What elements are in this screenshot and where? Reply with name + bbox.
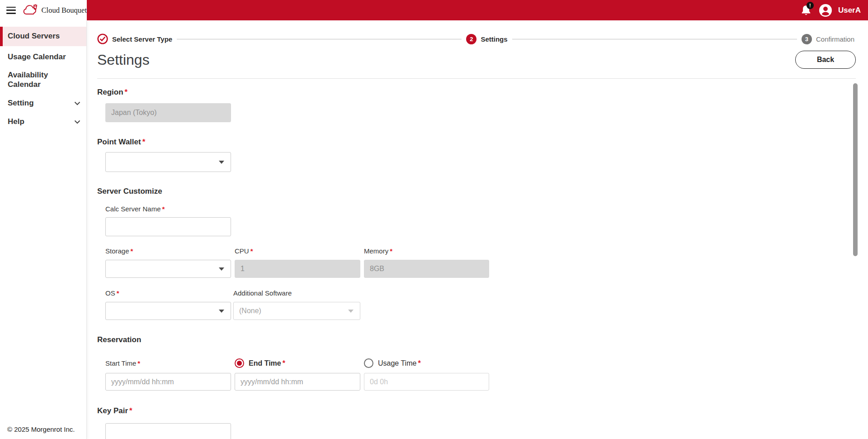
required-mark: * <box>142 138 146 146</box>
point-wallet-select[interactable] <box>105 152 231 172</box>
dropdown-caret-icon <box>219 267 224 271</box>
username-label[interactable]: UserA <box>838 6 861 15</box>
back-button[interactable]: Back <box>795 51 856 69</box>
dropdown-caret-icon <box>219 161 224 164</box>
sidebar: Cloud Servers Usage Calendar Availabilit… <box>0 20 87 439</box>
required-mark: * <box>131 247 133 255</box>
required-mark: * <box>162 205 165 213</box>
reservation-heading: Reservation <box>97 335 856 344</box>
required-mark: * <box>117 289 119 297</box>
wizard-stepper: Select Server Type 2 Settings 3 Confirma… <box>97 33 854 44</box>
memory-label: Memory* <box>364 247 489 255</box>
section-divider <box>97 78 856 79</box>
hamburger-menu-icon[interactable] <box>6 7 16 14</box>
usage-time-label: Usage Time* <box>378 359 421 367</box>
start-time-label: Start Time* <box>105 359 140 367</box>
sidebar-item-label: Cloud Servers <box>8 32 60 41</box>
required-mark: * <box>418 359 420 367</box>
point-wallet-label: Point Wallet* <box>97 138 856 147</box>
brand-logo[interactable]: Cloud Bouquet <box>22 4 87 16</box>
sidebar-item-setting[interactable]: Setting <box>0 94 86 113</box>
required-mark: * <box>129 406 132 415</box>
memory-input <box>364 260 489 278</box>
cpu-input <box>235 260 360 278</box>
start-time-input[interactable] <box>105 373 231 391</box>
notification-badge: ! <box>807 2 814 9</box>
sidebar-item-cloud-servers[interactable]: Cloud Servers <box>0 27 86 46</box>
step-select-server-type: Select Server Type <box>97 33 172 44</box>
dropdown-caret-icon <box>348 310 354 313</box>
check-circle-icon <box>97 33 108 44</box>
os-label: OS* <box>105 289 231 297</box>
step-number: 2 <box>466 34 476 44</box>
cloud-bouquet-logo-icon <box>22 4 39 16</box>
step-confirmation: 3 Confirmation <box>802 34 854 44</box>
key-pair-heading: Key Pair* <box>97 406 856 415</box>
brand-name: Cloud Bouquet <box>42 6 87 15</box>
step-label: Settings <box>481 35 507 43</box>
main-content: Select Server Type 2 Settings 3 Confirma… <box>87 20 868 439</box>
sidebar-item-label: Setting <box>8 99 34 108</box>
logo-area: Cloud Bouquet <box>0 0 87 20</box>
sidebar-item-label: Usage Calendar <box>8 52 66 62</box>
step-label: Select Server Type <box>112 35 172 43</box>
end-time-label: End Time* <box>249 359 285 367</box>
calc-server-name-input[interactable] <box>105 217 231 236</box>
end-time-radio[interactable] <box>235 358 244 368</box>
cpu-label: CPU* <box>235 247 360 255</box>
copyright-text: © 2025 Morgenrot Inc. <box>7 425 75 433</box>
settings-form: Region* Point Wallet* Server Customize C… <box>97 88 856 439</box>
chevron-down-icon <box>74 101 80 105</box>
step-label: Confirmation <box>816 35 854 43</box>
app-header: Cloud Bouquet ! UserA <box>0 0 868 20</box>
usage-time-radio[interactable] <box>364 358 373 368</box>
calc-server-name-label: Calc Server Name* <box>105 205 856 213</box>
required-mark: * <box>283 359 285 367</box>
user-avatar-icon[interactable] <box>819 4 832 17</box>
usage-time-input <box>364 373 489 391</box>
stepper-connector <box>177 39 462 39</box>
sidebar-item-availability-calendar[interactable]: Availability Calendar <box>0 66 86 94</box>
storage-select[interactable] <box>105 260 231 278</box>
region-input <box>105 103 231 122</box>
dropdown-caret-icon <box>219 310 224 313</box>
region-label: Region* <box>97 88 856 97</box>
step-settings: 2 Settings <box>466 34 507 44</box>
chevron-down-icon <box>74 120 80 124</box>
key-pair-select[interactable] <box>105 423 231 439</box>
header-bar: ! UserA <box>87 0 868 20</box>
additional-software-select: (None) <box>233 302 360 320</box>
notifications-button[interactable]: ! <box>800 4 813 17</box>
required-mark: * <box>250 247 253 255</box>
storage-label: Storage* <box>105 247 231 255</box>
vertical-scrollbar-thumb[interactable] <box>853 83 858 256</box>
page-title: Settings <box>97 52 150 68</box>
sidebar-item-usage-calendar[interactable]: Usage Calendar <box>0 48 86 67</box>
additional-software-label: Additional Software <box>233 289 360 297</box>
stepper-connector <box>512 39 797 39</box>
end-time-input[interactable] <box>235 373 360 391</box>
required-mark: * <box>125 88 128 96</box>
server-customize-heading: Server Customize <box>97 187 856 196</box>
step-number: 3 <box>802 34 812 44</box>
sidebar-item-label: Availability Calendar <box>8 71 80 89</box>
required-mark: * <box>137 359 140 367</box>
sidebar-item-help[interactable]: Help <box>0 113 86 131</box>
os-select[interactable] <box>105 302 231 320</box>
sidebar-item-label: Help <box>8 117 24 127</box>
required-mark: * <box>390 247 392 255</box>
